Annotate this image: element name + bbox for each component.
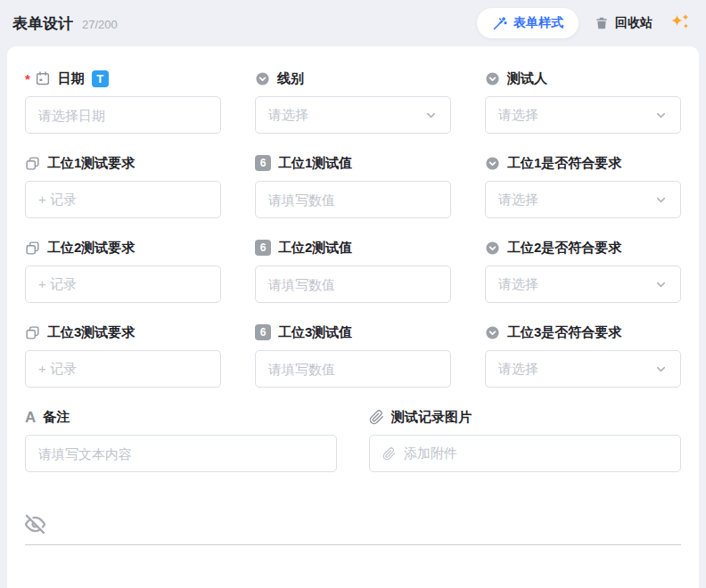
form-field[interactable]: 线别请选择	[255, 69, 451, 134]
select-placeholder: 请选择	[498, 361, 538, 378]
add-record-control[interactable]: + 记录	[25, 350, 221, 388]
field-label: 工位3是否符合要求	[507, 324, 621, 341]
add-record-control[interactable]: + 记录	[25, 181, 221, 218]
chevron-down-icon	[654, 193, 668, 207]
select-icon	[255, 71, 270, 86]
select-icon	[485, 241, 500, 256]
form-field[interactable]: 工位3测试要求+ 记录	[25, 323, 221, 388]
field-label: 测试记录图片	[391, 409, 472, 426]
field-label-row: 6工位2测试值	[255, 239, 451, 257]
add-attachment-placeholder: 添加附件	[404, 445, 457, 462]
linked-record-icon	[25, 325, 40, 340]
field-label: 工位2测试要求	[47, 240, 135, 257]
field-label-row: 工位2测试要求	[25, 239, 221, 257]
page-title: 表单设计	[12, 13, 73, 34]
calendar-icon	[35, 70, 51, 86]
field-label-row: 工位3测试要求	[25, 323, 221, 341]
required-asterisk: *	[25, 72, 30, 86]
number-icon: 6	[255, 155, 271, 171]
form-field[interactable]: 6工位2测试值	[255, 239, 451, 303]
number-input[interactable]	[255, 265, 451, 303]
number-icon: 6	[255, 324, 271, 340]
form-style-label: 表单样式	[513, 15, 563, 31]
form-field[interactable]: 工位2是否符合要求请选择	[485, 239, 681, 303]
select-control[interactable]: 请选择	[255, 96, 451, 134]
field-label-row: 测试人	[485, 69, 681, 87]
field-label: 工位1测试要求	[47, 155, 135, 172]
field-label: 工位2测试值	[278, 240, 352, 257]
select-placeholder: 请选择	[498, 192, 538, 208]
field-label-row: 工位3是否符合要求	[485, 323, 681, 341]
number-input[interactable]	[255, 350, 451, 388]
select-control[interactable]: 请选择	[485, 265, 681, 303]
form-field[interactable]: 测试记录图片添加附件	[369, 408, 681, 472]
field-label-row: 6工位3测试值	[255, 323, 451, 341]
add-record-placeholder: + 记录	[38, 361, 77, 378]
chevron-down-icon	[654, 363, 668, 376]
add-record-control[interactable]: + 记录	[25, 265, 221, 303]
header-left: 表单设计 27/200	[12, 13, 118, 34]
form-field[interactable]: *日期T	[25, 69, 221, 134]
field-label-row: 测试记录图片	[369, 408, 681, 426]
text-input[interactable]	[25, 435, 337, 472]
form-canvas: *日期T线别请选择测试人请选择工位1测试要求+ 记录6工位1测试值工位1是否符合…	[7, 46, 699, 588]
wide-fields-grid: A备注测试记录图片添加附件	[25, 408, 681, 493]
form-field[interactable]: 工位2测试要求+ 记录	[25, 239, 221, 303]
field-count: 27/200	[82, 18, 118, 31]
attachment-icon	[369, 410, 384, 425]
header-right: 表单样式 回收站	[477, 8, 692, 38]
trash-icon	[595, 16, 609, 30]
form-field[interactable]: 工位1测试要求+ 记录	[25, 154, 221, 218]
date-input[interactable]	[25, 96, 221, 134]
field-label-row: 6工位1测试值	[255, 154, 451, 172]
fields-grid: *日期T线别请选择测试人请选择工位1测试要求+ 记录6工位1测试值工位1是否符合…	[25, 69, 681, 408]
field-label: 工位1是否符合要求	[507, 155, 621, 172]
field-label: 工位2是否符合要求	[507, 240, 621, 257]
form-field[interactable]: 工位3是否符合要求请选择	[485, 323, 681, 388]
select-icon	[485, 325, 500, 340]
field-label: 工位3测试要求	[47, 324, 135, 341]
text-icon: A	[25, 410, 36, 425]
select-control[interactable]: 请选择	[485, 350, 681, 388]
magic-wand-icon	[492, 16, 507, 31]
field-label-row: 工位1测试要求	[25, 154, 221, 172]
select-control[interactable]: 请选择	[485, 181, 681, 218]
select-placeholder: 请选择	[268, 107, 308, 124]
chevron-down-icon	[654, 278, 668, 291]
select-placeholder: 请选择	[498, 276, 538, 293]
chevron-down-icon	[424, 109, 438, 122]
field-label-row: *日期T	[25, 69, 221, 87]
field-label: 备注	[43, 409, 70, 426]
field-label: 工位3测试值	[278, 324, 352, 341]
hidden-fields-section	[25, 514, 681, 538]
add-attachment-control[interactable]: 添加附件	[369, 435, 681, 472]
form-field[interactable]: 测试人请选择	[485, 69, 681, 134]
recycle-bin-button[interactable]: 回收站	[595, 15, 653, 31]
field-label: 线别	[277, 70, 304, 87]
eye-off-icon[interactable]	[25, 514, 45, 535]
form-field[interactable]: A备注	[25, 408, 337, 472]
field-label-row: 工位2是否符合要求	[485, 239, 681, 257]
form-field[interactable]: 6工位1测试值	[255, 154, 451, 218]
select-control[interactable]: 请选择	[485, 96, 681, 134]
add-record-placeholder: + 记录	[38, 192, 77, 208]
number-input[interactable]	[255, 181, 451, 218]
select-icon	[485, 156, 500, 171]
recycle-bin-label: 回收站	[615, 15, 653, 31]
field-label: 日期	[58, 70, 85, 87]
title-field-badge: T	[92, 70, 109, 87]
field-label: 工位1测试值	[278, 155, 352, 172]
field-label-row: 线别	[255, 69, 451, 87]
select-placeholder: 请选择	[498, 107, 538, 124]
divider	[25, 544, 681, 545]
form-field[interactable]: 6工位3测试值	[255, 323, 451, 388]
form-field[interactable]: 工位1是否符合要求请选择	[485, 154, 681, 218]
field-label-row: 工位1是否符合要求	[485, 154, 681, 172]
form-style-button[interactable]: 表单样式	[477, 8, 579, 38]
chevron-down-icon	[654, 109, 668, 122]
add-record-placeholder: + 记录	[38, 276, 77, 293]
number-icon: 6	[255, 240, 271, 256]
linked-record-icon	[25, 241, 40, 256]
ai-sparkles-icon[interactable]	[669, 12, 692, 35]
linked-record-icon	[25, 156, 40, 171]
